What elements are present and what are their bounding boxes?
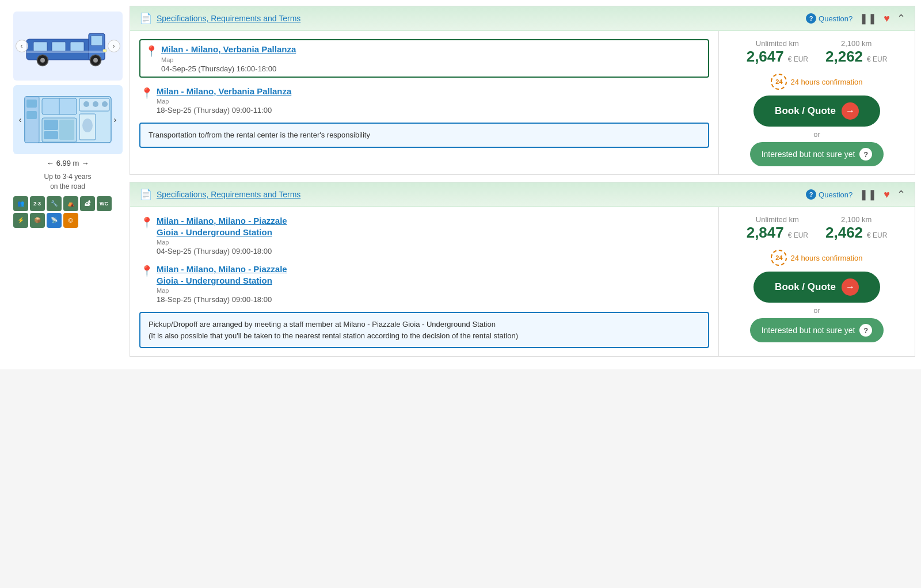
length-value: 6.99 m <box>56 159 79 167</box>
question-label-2: Question? <box>819 190 853 199</box>
dropoff-location-line1-2: Milan - Milano, Milano - Piazzale <box>157 264 287 274</box>
pickup-map-label-1: Map <box>161 56 703 63</box>
card-body-2: 📍 Milan - Milano, Milano - Piazzale Gioi… <box>130 207 915 356</box>
unlimited-label-2: Unlimited km <box>747 215 808 224</box>
km2100-price-value-1: 2,262 <box>825 48 863 65</box>
share-icon-1[interactable]: ❚❚ <box>859 12 877 25</box>
km-options-2: Unlimited km 2,847 € EUR 2,100 km 2,462 … <box>730 215 903 242</box>
km2100-currency-2: € EUR <box>867 231 887 239</box>
photo-prev-button[interactable]: ‹ <box>16 40 28 52</box>
card-left-1: 📍 Milan - Milano, Verbania Pallanza Map … <box>130 31 719 174</box>
svg-point-7 <box>40 58 45 63</box>
pickup-location-line1-2: Milan - Milano, Milano - Piazzale <box>157 216 287 226</box>
pickup-location-link-2[interactable]: Milan - Milano, Milano - Piazzale Gioia … <box>157 215 709 238</box>
svg-rect-10 <box>26 51 105 53</box>
svg-point-23 <box>82 119 93 132</box>
unlimited-km-option-1: Unlimited km 2,647 € EUR <box>747 39 808 66</box>
svg-rect-25 <box>44 120 58 130</box>
pickup-pin-2: 📍 <box>140 216 153 229</box>
vehicle-photo: ‹ <box>13 12 123 81</box>
pickup-details-2: Milan - Milano, Milano - Piazzale Gioia … <box>157 215 709 255</box>
km2100-currency-1: € EUR <box>867 55 887 63</box>
question-link-2[interactable]: ? Question? <box>806 189 853 200</box>
specs-link-1[interactable]: Specifications, Requirements and Terms <box>157 14 300 23</box>
interested-label-1: Interested but not sure yet <box>762 150 855 159</box>
card-header-left-2: 📄 Specifications, Requirements and Terms <box>139 188 300 201</box>
svg-rect-2 <box>91 36 102 46</box>
dropoff-location-link-2[interactable]: Milan - Milano, Milano - Piazzale Gioia … <box>157 264 709 286</box>
unlimited-price-value-2: 2,847 <box>747 224 784 241</box>
dropoff-row-2: 📍 Milan - Milano, Milano - Piazzale Gioi… <box>140 264 709 304</box>
icon-signal: 📡 <box>47 213 62 228</box>
svg-rect-14 <box>26 100 37 108</box>
svg-rect-11 <box>102 49 106 52</box>
dropoff-location-link-1[interactable]: Milan - Milano, Verbania Pallanza <box>157 86 709 97</box>
floorplan-next-button[interactable]: › <box>114 115 117 124</box>
card-header-2: 📄 Specifications, Requirements and Terms… <box>130 182 915 207</box>
heart-icon-1[interactable]: ♥ <box>884 13 890 25</box>
unlimited-price-2: 2,847 € EUR <box>747 224 808 242</box>
photo-next-button[interactable]: › <box>108 40 120 52</box>
pickup-location-link-1[interactable]: Milan - Milano, Verbania Pallanza <box>161 44 703 55</box>
icon-copyright: © <box>63 213 78 228</box>
km2100-label-2: 2,100 km <box>825 215 887 224</box>
svg-point-21 <box>102 101 108 107</box>
specs-link-2[interactable]: Specifications, Requirements and Terms <box>157 190 300 199</box>
pickup-location-line2-2: Gioia - Underground Station <box>157 227 272 237</box>
unlimited-km-option-2: Unlimited km 2,847 € EUR <box>747 215 808 242</box>
confirmation-badge-2: 24 24 hours confirmation <box>771 250 862 266</box>
dropoff-location-line2-2: Gioia - Underground Station <box>157 276 272 285</box>
feature-icons: 👥 2-3 🔧 ⛺ 🏕 WC ⚡ 📦 📡 © <box>13 196 123 228</box>
collapse-icon-2[interactable]: ⌃ <box>897 188 905 201</box>
svg-rect-26 <box>44 131 58 139</box>
km2100-price-value-2: 2,462 <box>825 224 863 241</box>
confirmation-circle-1: 24 <box>771 74 787 90</box>
floorplan-image: ‹ <box>13 85 123 154</box>
pickup-details-1: Milan - Milano, Verbania Pallanza Map 04… <box>161 44 703 73</box>
icon-persons: 👥 <box>13 196 28 211</box>
pickup-row-1: 📍 Milan - Milano, Verbania Pallanza Map … <box>139 39 709 78</box>
book-button-2[interactable]: Book / Quote → <box>753 272 880 303</box>
collapse-icon-1[interactable]: ⌃ <box>897 12 905 25</box>
question-label-1: Question? <box>819 14 853 23</box>
interested-info-circle-2: ? <box>859 324 872 337</box>
dropoff-date-2: 18-Sep-25 (Thursday) 09:00-18:00 <box>157 295 709 304</box>
or-text-1: or <box>813 130 820 139</box>
icon-year: 2-3 <box>30 196 45 211</box>
interested-label-2: Interested but not sure yet <box>762 326 855 335</box>
share-icon-2[interactable]: ❚❚ <box>859 188 877 201</box>
interested-button-2[interactable]: Interested but not sure yet ? <box>750 318 884 342</box>
dropoff-map-label-2: Map <box>157 287 709 294</box>
unlimited-label-1: Unlimited km <box>747 39 808 48</box>
listing-card-1: 📄 Specifications, Requirements and Terms… <box>130 6 915 175</box>
doc-icon-1: 📄 <box>139 12 152 25</box>
dropoff-details-2: Milan - Milano, Milano - Piazzale Gioia … <box>157 264 709 304</box>
book-arrow-2: → <box>842 278 859 296</box>
book-arrow-1: → <box>842 102 859 120</box>
dropoff-pin-1: 📍 <box>140 87 153 100</box>
book-label-1: Book / Quote <box>775 105 836 117</box>
svg-point-20 <box>93 101 98 107</box>
heart-icon-2[interactable]: ♥ <box>884 189 890 201</box>
km-options-1: Unlimited km 2,647 € EUR 2,100 km 2,262 … <box>730 39 903 66</box>
dropoff-date-1: 18-Sep-25 (Thursday) 09:00-11:00 <box>157 106 709 114</box>
floorplan-svg <box>22 91 114 148</box>
dropoff-details-1: Milan - Milano, Verbania Pallanza Map 18… <box>157 86 709 115</box>
icon-tools: 🔧 <box>47 196 62 211</box>
pickup-date-2: 04-Sep-25 (Thursday) 09:00-18:00 <box>157 247 709 255</box>
confirmation-text-1: 24 hours confirmation <box>790 78 862 86</box>
unlimited-currency-2: € EUR <box>788 231 808 239</box>
length-arrow-right: → <box>81 159 89 167</box>
interested-info-circle-1: ? <box>859 148 872 161</box>
card-header-right-1: ? Question? ❚❚ ♥ ⌃ <box>806 12 905 25</box>
interested-button-1[interactable]: Interested but not sure yet ? <box>750 142 884 166</box>
confirmation-badge-1: 24 24 hours confirmation <box>771 74 862 90</box>
vehicle-length: ← 6.99 m → <box>47 159 89 167</box>
icon-camping1: ⛺ <box>63 196 78 211</box>
question-link-1[interactable]: ? Question? <box>806 13 853 24</box>
vehicle-age: Up to 3-4 yearson the road <box>44 172 91 192</box>
info-box-text-1: Transportation to/from the rental center… <box>149 131 370 139</box>
book-button-1[interactable]: Book / Quote → <box>753 96 880 127</box>
km2100-price-1: 2,262 € EUR <box>825 48 887 66</box>
pickup-pin-1: 📍 <box>145 45 158 58</box>
